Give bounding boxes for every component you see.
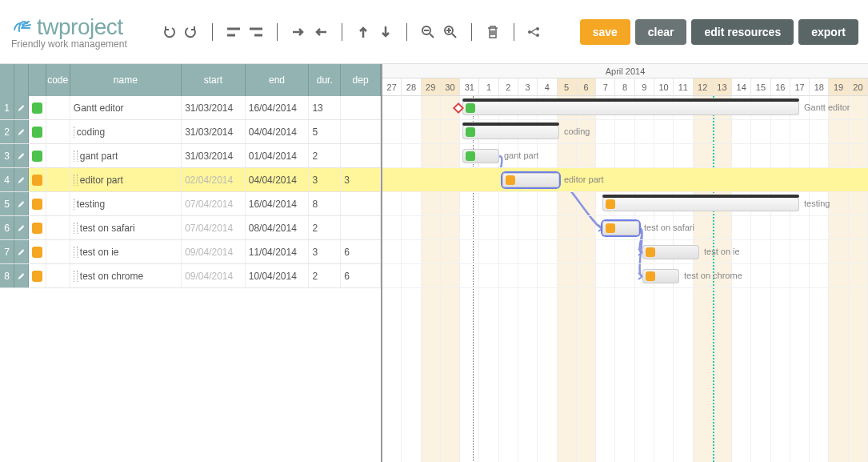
name-cell[interactable]: Gantt editor xyxy=(70,96,182,119)
move-down-button[interactable] xyxy=(376,22,395,42)
name-cell[interactable]: testing xyxy=(70,192,182,215)
end-cell[interactable]: 04/04/2014 xyxy=(246,168,310,191)
task-row[interactable]: 1Gantt editor31/03/201416/04/201413 xyxy=(0,96,381,120)
edit-task-button[interactable] xyxy=(14,216,29,239)
name-cell[interactable]: test on chrome xyxy=(70,264,182,287)
task-row[interactable]: 3gant part31/03/201401/04/20142 xyxy=(0,144,381,168)
task-row[interactable]: 7test on ie09/04/201411/04/201436 xyxy=(0,240,381,264)
name-cell[interactable]: editor part xyxy=(70,168,182,191)
move-left-button[interactable] xyxy=(311,22,330,42)
edit-task-button[interactable] xyxy=(14,192,29,215)
name-cell[interactable]: test on ie xyxy=(70,240,182,263)
code-cell[interactable] xyxy=(46,120,70,143)
dur-cell[interactable]: 2 xyxy=(309,264,341,287)
task-bar[interactable]: test on ie xyxy=(642,245,699,259)
dur-cell[interactable]: 2 xyxy=(309,216,341,239)
status-cell[interactable] xyxy=(29,144,46,167)
status-cell[interactable] xyxy=(29,168,46,191)
edit-task-button[interactable] xyxy=(14,120,29,143)
status-cell[interactable] xyxy=(29,192,46,215)
status-cell[interactable] xyxy=(29,264,46,287)
task-row[interactable]: 4editor part02/04/201404/04/201433 xyxy=(0,168,381,192)
start-cell[interactable]: 09/04/2014 xyxy=(182,240,246,263)
edit-task-button[interactable] xyxy=(14,240,29,263)
status-cell[interactable] xyxy=(29,240,46,263)
code-cell[interactable] xyxy=(46,216,70,239)
status-cell[interactable] xyxy=(29,216,46,239)
end-cell[interactable]: 08/04/2014 xyxy=(246,216,310,239)
task-bar[interactable]: Gantt editor xyxy=(462,101,799,115)
edit-task-button[interactable] xyxy=(14,96,29,119)
task-bar[interactable]: test on chrome xyxy=(642,269,679,283)
task-row[interactable]: 6test on safari07/04/201408/04/20142 xyxy=(0,216,381,240)
task-bar[interactable]: editor part xyxy=(502,173,559,187)
col-name[interactable]: name xyxy=(70,64,182,96)
status-cell[interactable] xyxy=(29,96,46,119)
dur-cell[interactable]: 2 xyxy=(309,144,341,167)
dep-cell[interactable]: 3 xyxy=(341,168,381,191)
dur-cell[interactable]: 3 xyxy=(309,240,341,263)
task-row[interactable]: 5testing07/04/201416/04/20148 xyxy=(0,192,381,216)
outdent-button[interactable] xyxy=(224,22,243,42)
gantt-body[interactable]: Gantt editorcodinggant parteditor partte… xyxy=(382,96,868,462)
dep-cell[interactable]: 6 xyxy=(341,264,381,287)
edit-task-button[interactable] xyxy=(14,144,29,167)
edit-resources-button[interactable]: edit resources xyxy=(691,19,794,45)
status-cell[interactable] xyxy=(29,120,46,143)
name-cell[interactable]: gant part xyxy=(70,144,182,167)
dep-cell[interactable] xyxy=(341,96,381,119)
task-bar[interactable]: test on safari xyxy=(602,221,639,235)
start-cell[interactable]: 31/03/2014 xyxy=(182,96,246,119)
save-button[interactable]: save xyxy=(580,19,630,45)
col-dep[interactable]: dep xyxy=(341,64,381,96)
start-cell[interactable]: 07/04/2014 xyxy=(182,216,246,239)
export-button[interactable]: export xyxy=(798,19,858,45)
dur-cell[interactable]: 5 xyxy=(309,120,341,143)
code-cell[interactable] xyxy=(46,144,70,167)
edit-task-button[interactable] xyxy=(14,168,29,191)
col-dur[interactable]: dur. xyxy=(309,64,341,96)
code-cell[interactable] xyxy=(46,192,70,215)
task-row[interactable]: 2coding31/03/201404/04/20145 xyxy=(0,120,381,144)
task-bar[interactable]: coding xyxy=(462,125,559,139)
move-right-button[interactable] xyxy=(289,22,308,42)
task-bar[interactable]: testing xyxy=(602,197,799,211)
zoom-in-button[interactable] xyxy=(441,22,460,42)
start-cell[interactable]: 31/03/2014 xyxy=(182,144,246,167)
task-row[interactable]: 8test on chrome09/04/201410/04/201426 xyxy=(0,264,381,288)
start-cell[interactable]: 09/04/2014 xyxy=(182,264,246,287)
start-cell[interactable]: 02/04/2014 xyxy=(182,168,246,191)
end-cell[interactable]: 04/04/2014 xyxy=(246,120,310,143)
name-cell[interactable]: test on safari xyxy=(70,216,182,239)
dep-cell[interactable]: 6 xyxy=(341,240,381,263)
redo-button[interactable] xyxy=(182,22,201,42)
end-cell[interactable]: 10/04/2014 xyxy=(246,264,310,287)
start-cell[interactable]: 07/04/2014 xyxy=(182,192,246,215)
delete-button[interactable] xyxy=(483,22,502,42)
end-cell[interactable]: 01/04/2014 xyxy=(246,144,310,167)
critical-path-button[interactable] xyxy=(526,22,545,42)
start-cell[interactable]: 31/03/2014 xyxy=(182,120,246,143)
code-cell[interactable] xyxy=(46,264,70,287)
col-code[interactable]: code xyxy=(46,64,70,96)
col-start[interactable]: start xyxy=(182,64,246,96)
dur-cell[interactable]: 13 xyxy=(309,96,341,119)
dur-cell[interactable]: 8 xyxy=(309,192,341,215)
indent-button[interactable] xyxy=(246,22,266,42)
zoom-out-button[interactable] xyxy=(418,22,438,42)
move-up-button[interactable] xyxy=(354,22,373,42)
dep-cell[interactable] xyxy=(341,120,381,143)
end-cell[interactable]: 16/04/2014 xyxy=(246,192,310,215)
code-cell[interactable] xyxy=(46,240,70,263)
code-cell[interactable] xyxy=(46,96,70,119)
name-cell[interactable]: coding xyxy=(70,120,182,143)
end-cell[interactable]: 16/04/2014 xyxy=(246,96,310,119)
col-end[interactable]: end xyxy=(246,64,310,96)
task-bar[interactable]: gant part xyxy=(462,149,499,163)
undo-button[interactable] xyxy=(159,22,178,42)
dep-cell[interactable] xyxy=(341,216,381,239)
end-cell[interactable]: 11/04/2014 xyxy=(246,240,310,263)
dep-cell[interactable] xyxy=(341,144,381,167)
code-cell[interactable] xyxy=(46,168,70,191)
edit-task-button[interactable] xyxy=(14,264,29,287)
